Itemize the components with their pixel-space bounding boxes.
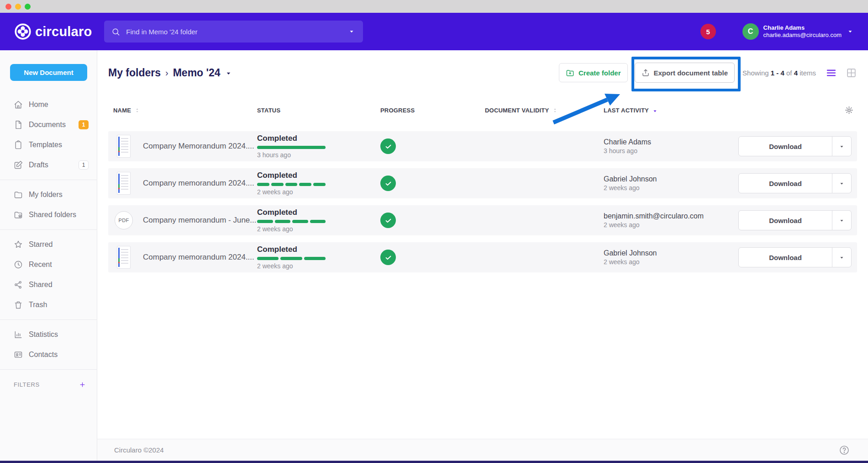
progress-bar	[257, 257, 326, 260]
column-header-name[interactable]: NAME	[108, 107, 257, 114]
column-label: STATUS	[257, 107, 280, 114]
table-row[interactable]: Company memorandum 2024....Completed2 we…	[108, 242, 857, 272]
progress-bar	[257, 183, 326, 186]
folder-plus-icon	[566, 69, 574, 77]
filters-section: FILTERS	[0, 375, 97, 394]
breadcrumb-my-folders[interactable]: My folders	[108, 67, 161, 79]
download-options-chevron-down-icon[interactable]	[832, 248, 851, 267]
download-button[interactable]: Download	[739, 137, 832, 156]
document-name[interactable]: Company memorandum 2024....	[143, 179, 254, 188]
column-label: NAME	[113, 107, 131, 114]
sidebar-item-shared[interactable]: Shared	[0, 275, 97, 295]
sidebar-item-home[interactable]: Home	[0, 95, 97, 115]
progress-segment	[257, 220, 273, 223]
sidebar-item-trash[interactable]: Trash	[0, 295, 97, 315]
sidebar-item-label: Home	[29, 101, 48, 109]
sidebar-item-statistics[interactable]: Statistics	[0, 325, 97, 345]
progress-cell	[380, 213, 485, 228]
avatar[interactable]: C	[742, 23, 759, 40]
circularo-logo[interactable]: circularo	[15, 23, 92, 40]
action-cell: Download	[738, 173, 857, 193]
activity-user: benjamin.smith@circularo.com	[604, 212, 738, 220]
sidebar-item-label: Statistics	[29, 330, 58, 339]
progress-segment	[257, 257, 279, 260]
status-label: Completed	[257, 171, 380, 180]
download-split-button: Download	[738, 247, 852, 267]
table-row[interactable]: PDFCompany memorandum - June...Completed…	[108, 205, 857, 235]
sidebar-item-drafts[interactable]: Drafts1	[0, 155, 97, 175]
close-window-button[interactable]	[5, 4, 11, 10]
sort-icon[interactable]	[134, 107, 140, 113]
sidebar-item-shared-folders[interactable]: Shared folders	[0, 205, 97, 225]
action-cell: Download	[738, 247, 857, 267]
os-title-bar	[0, 0, 868, 13]
sidebar-item-recent[interactable]: Recent	[0, 255, 97, 275]
drafts-icon	[14, 160, 23, 170]
activity-user: Gabriel Johnson	[604, 175, 738, 183]
sidebar-item-label: Recent	[29, 261, 52, 269]
download-button[interactable]: Download	[739, 174, 832, 193]
document-file-icon	[115, 172, 133, 195]
download-button[interactable]: Download	[739, 211, 832, 230]
download-options-chevron-down-icon[interactable]	[832, 137, 851, 156]
new-document-button[interactable]: New Document	[10, 64, 87, 81]
document-name[interactable]: Company memorandum - June...	[143, 216, 257, 225]
list-view-icon[interactable]	[826, 67, 837, 79]
sort-desc-icon[interactable]	[652, 107, 658, 113]
sidebar-item-label: Trash	[29, 301, 47, 309]
column-header-last-activity[interactable]: LAST ACTIVITY	[604, 107, 738, 114]
progress-segment	[310, 220, 326, 223]
last-activity-cell: Charlie Adams3 hours ago	[604, 138, 738, 154]
help-icon[interactable]	[839, 445, 850, 456]
sidebar-item-my-folders[interactable]: My folders	[0, 185, 97, 205]
user-menu-chevron-down-icon[interactable]	[847, 28, 853, 35]
search-scope-dropdown-icon[interactable]	[348, 28, 355, 35]
download-options-chevron-down-icon[interactable]	[832, 211, 851, 230]
app-header: circularo 5 C Charlie Adams charlie.adam…	[0, 13, 868, 50]
document-name[interactable]: Company memorandum 2024....	[143, 253, 254, 262]
download-button[interactable]: Download	[739, 248, 832, 267]
download-options-chevron-down-icon[interactable]	[832, 174, 851, 193]
grid-view-icon[interactable]	[846, 67, 857, 79]
table-settings-gear-icon[interactable]	[845, 106, 853, 115]
completed-check-icon	[380, 138, 396, 154]
notification-badge[interactable]: 5	[700, 24, 716, 39]
sidebar-item-documents[interactable]: Documents1	[0, 115, 97, 135]
document-name-cell: Company memorandum 2024....	[108, 172, 257, 195]
breadcrumb-current-folder[interactable]: Memo '24	[173, 67, 221, 79]
document-name-cell: Company memorandum 2024....	[108, 246, 257, 269]
add-filter-button[interactable]	[79, 381, 86, 388]
search-bar[interactable]	[104, 21, 363, 43]
sidebar-item-label: Shared folders	[29, 211, 76, 219]
user-info[interactable]: Charlie Adams charlie.adams@circularo.co…	[763, 24, 842, 39]
search-input[interactable]	[126, 28, 348, 36]
table-header: NAMESTATUSPROGRESSDOCUMENT VALIDITYLAST …	[108, 101, 857, 119]
sidebar-item-contacts[interactable]: Contacts	[0, 345, 97, 365]
table-row[interactable]: Company Memorandum 2024....Completed3 ho…	[108, 131, 857, 161]
sort-icon[interactable]	[552, 107, 558, 113]
minimize-window-button[interactable]	[15, 4, 21, 10]
sidebar-item-templates[interactable]: Templates	[0, 135, 97, 155]
document-name[interactable]: Company Memorandum 2024....	[143, 142, 254, 151]
status-cell: Completed3 hours ago	[257, 134, 380, 159]
folder-menu-chevron-down-icon[interactable]	[225, 69, 232, 77]
user-name: Charlie Adams	[763, 24, 842, 32]
contacts-icon	[14, 350, 23, 359]
activity-timestamp: 2 weeks ago	[604, 258, 738, 266]
zoom-window-button[interactable]	[25, 4, 31, 10]
column-header-document-validity[interactable]: DOCUMENT VALIDITY	[485, 107, 604, 114]
progress-segment	[257, 146, 326, 149]
activity-timestamp: 3 hours ago	[604, 147, 738, 154]
starred-icon	[14, 240, 23, 249]
progress-segment	[292, 220, 308, 223]
search-icon	[111, 27, 120, 36]
document-thumbnail	[117, 246, 131, 269]
export-icon	[642, 69, 650, 77]
sidebar-nav: HomeDocuments1TemplatesDrafts1My folders…	[0, 95, 97, 365]
create-folder-button[interactable]: Create folder	[559, 63, 628, 82]
sidebar-item-starred[interactable]: Starred	[0, 234, 97, 255]
sidebar-item-label: My folders	[29, 191, 63, 199]
export-document-table-button[interactable]: Export document table	[635, 63, 735, 83]
table-row[interactable]: Company memorandum 2024....Completed2 we…	[108, 168, 857, 198]
templates-icon	[14, 140, 23, 149]
